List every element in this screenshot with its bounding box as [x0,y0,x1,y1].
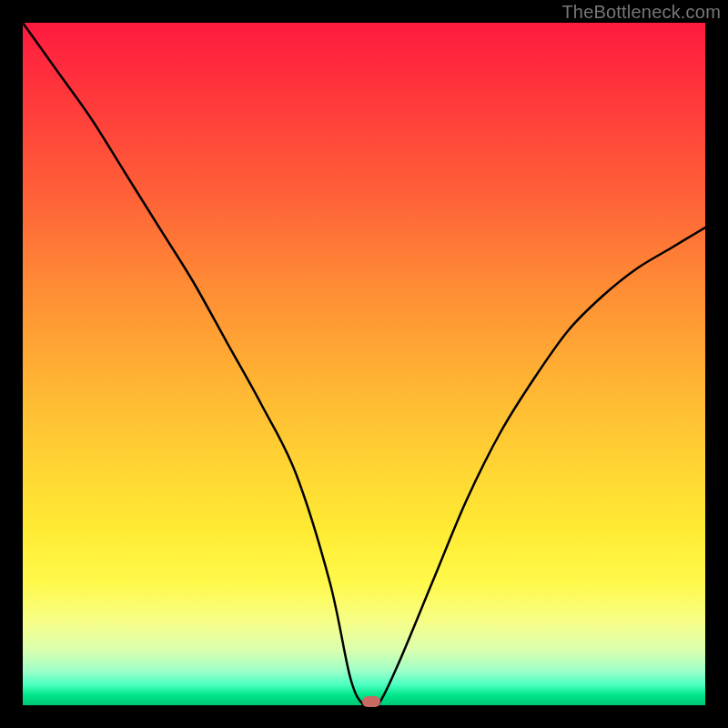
chart-frame: TheBottleneck.com [0,0,728,728]
bottleneck-marker [362,696,380,707]
watermark-text: TheBottleneck.com [561,2,721,23]
gradient-plot-area [23,23,705,705]
bottleneck-curve [23,23,705,705]
